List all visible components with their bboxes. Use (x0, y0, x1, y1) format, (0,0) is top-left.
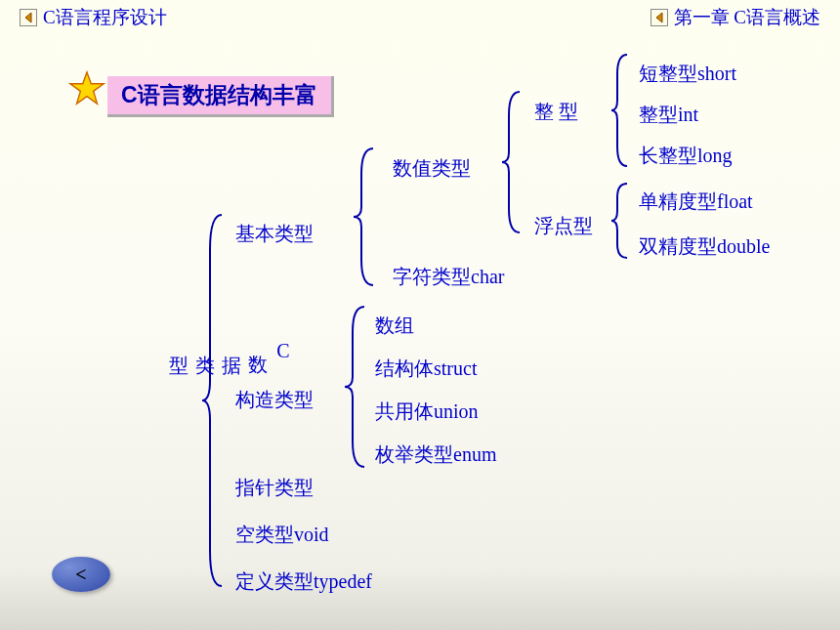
nav-chapter-icon[interactable] (651, 9, 668, 26)
node-construct: 构造类型 (235, 387, 314, 413)
nav-prev-icon[interactable] (20, 9, 37, 26)
node-float: 浮点型 (534, 213, 593, 239)
brace-construct (343, 303, 370, 471)
heading-box: C语言数据结构丰富 (107, 76, 334, 117)
node-root: C数据类型 (166, 340, 294, 367)
header-left: C语言程序设计 (20, 5, 167, 30)
node-double: 双精度型double (639, 233, 770, 260)
node-void: 空类型void (235, 522, 329, 548)
node-numeric: 数值类型 (393, 155, 471, 182)
node-long: 长整型long (639, 143, 733, 169)
node-int: 整型int (639, 102, 698, 128)
node-basic: 基本类型 (235, 221, 314, 247)
brace-integer (609, 51, 633, 170)
header-right-text: 第一章 C语言概述 (674, 5, 820, 30)
brace-float (609, 180, 633, 262)
node-short: 短整型short (639, 61, 736, 87)
header: C语言程序设计 第一章 C语言概述 (0, 0, 840, 35)
star-icon (68, 70, 105, 107)
node-char: 字符类型char (393, 264, 504, 290)
header-right: 第一章 C语言概述 (651, 5, 820, 30)
heading-text: C语言数据结构丰富 (121, 83, 317, 107)
node-array: 数组 (375, 313, 414, 339)
node-integer: 整 型 (534, 99, 578, 125)
node-typedef: 定义类型typedef (235, 568, 372, 595)
back-arrow-icon: < (75, 564, 86, 586)
node-enum: 枚举类型enum (375, 441, 496, 468)
brace-root (200, 211, 228, 590)
node-union: 共用体union (375, 399, 479, 425)
node-single: 单精度型float (639, 189, 753, 215)
brace-numeric (500, 88, 525, 236)
header-left-text: C语言程序设计 (43, 5, 167, 30)
node-pointer: 指针类型 (235, 475, 314, 501)
node-struct: 结构体struct (375, 356, 477, 382)
brace-basic (352, 145, 379, 289)
back-button[interactable]: < (52, 557, 110, 592)
